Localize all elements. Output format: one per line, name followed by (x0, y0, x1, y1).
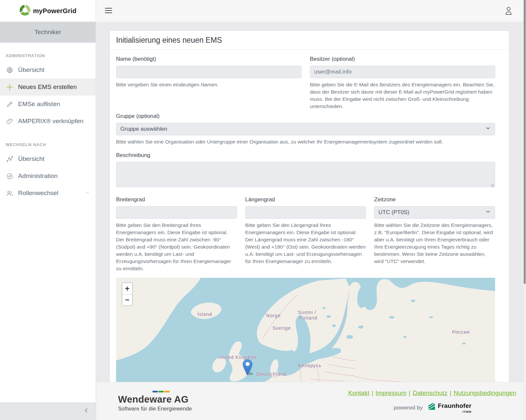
link-nutzungsbedingungen[interactable]: Nutzungsbedingungen (454, 389, 516, 396)
map-zoom-control: + − (122, 282, 133, 306)
link-separator: | (409, 389, 410, 396)
sidebar-item-amperix-verknuepfen[interactable]: AMPERIX® verknüpfen (0, 113, 96, 130)
field-group: Gruppe (optional) Gruppe auswählen Bitte… (116, 113, 495, 145)
fraunhofer-logo: Fraunhofer ITWM (427, 403, 471, 413)
map-label-deutschland: Deutschland (256, 371, 286, 377)
sidebar-item-uebersicht-admin[interactable]: Übersicht (0, 61, 96, 78)
link-datenschutz[interactable]: Datenschutz (413, 389, 447, 396)
chevron-down-icon (485, 125, 491, 133)
timezone-select-value: UTC (PT0S) (378, 209, 409, 216)
sidebar-item-uebersicht-wechseln[interactable]: Übersicht (0, 150, 96, 167)
page-title: Initialisierung eines neuen EMS (110, 31, 509, 50)
paperclip-icon (6, 117, 13, 125)
zoom-out-button[interactable]: − (122, 294, 132, 305)
map-label-norge: Norge (266, 313, 281, 318)
link-separator: | (371, 389, 373, 396)
latitude-label: Breitengrad (116, 196, 237, 203)
zoom-in-button[interactable]: + (122, 283, 132, 294)
chevron-down-icon (485, 209, 491, 216)
map-marker-pin[interactable] (242, 359, 253, 376)
footer-links: Kontakt|Impressum|Datenschutz|Nutzungsbe… (348, 389, 516, 397)
field-longitude: Längengrad Bitte geben Sie den Längengra… (245, 196, 366, 272)
main-area: Initialisierung eines neuen EMS Name (be… (96, 0, 526, 420)
location-map[interactable]: Ísland Norge Sverige Suomi / Finland Рос… (116, 278, 495, 397)
user-account-button[interactable] (504, 6, 513, 16)
mypowergrid-logo-icon (19, 4, 31, 17)
resize-grip[interactable] (491, 184, 494, 187)
plus-icon (6, 83, 13, 91)
powered-by-block: powered by Fraunhofer ITWM (394, 403, 471, 413)
sidebar-item-rollenwechsel[interactable]: Rollenwechsel (0, 185, 96, 202)
link-kontakt[interactable]: Kontakt (348, 389, 369, 396)
field-name: Name (benötigt) Bitte vergeben Sie einen… (116, 56, 301, 110)
scrollbar-thumb[interactable] (524, 0, 526, 284)
fraunhofer-stripes-icon (427, 403, 436, 410)
longitude-help: Bitte geben Sie den Längengrad Ihres Ene… (245, 222, 366, 265)
sidebar-item-label: Übersicht (18, 66, 44, 74)
latitude-input[interactable] (116, 206, 237, 219)
description-label: Beschreibung (116, 152, 495, 159)
sidebar-collapse-button[interactable] (0, 402, 96, 420)
group-select-value: Gruppe auswählen (120, 126, 167, 132)
map-label-sverige: Sverige (273, 325, 291, 331)
longitude-label: Längengrad (245, 196, 366, 203)
sidebar-item-neues-ems-erstellen[interactable]: Neues EMS erstellen (0, 78, 96, 96)
topbar (96, 0, 526, 22)
sidebar-nav: ADMINISTRATION Übersicht Neues EMS erste… (0, 43, 96, 202)
menu-toggle-button[interactable] (105, 8, 112, 13)
fraunhofer-sub: ITWM (463, 410, 471, 413)
map-label-suomi: Suomi / (298, 310, 316, 315)
sidebar-item-label: Administration (18, 172, 58, 180)
group-help: Bitte wählen Sie eine Organisation oder … (116, 138, 495, 145)
pencil-icon (6, 100, 13, 108)
company-tagline: Software für die Energiewende (118, 406, 192, 412)
wendeware-colorbar (153, 391, 192, 392)
group-select[interactable]: Gruppe auswählen (116, 123, 495, 135)
map-label-finland: Finland (299, 315, 318, 321)
name-label: Name (benötigt) (116, 56, 301, 62)
vertical-scrollbar[interactable] (523, 0, 526, 420)
longitude-input[interactable] (245, 206, 366, 219)
company-name: Wendeware AG (118, 395, 192, 404)
link-separator: | (450, 389, 451, 396)
fraunhofer-name: Fraunhofer (438, 403, 471, 409)
map-label-island: Ísland (198, 312, 212, 317)
users-icon (6, 189, 13, 197)
name-input[interactable] (116, 66, 301, 78)
sidebar-item-administration[interactable]: Administration (0, 167, 96, 185)
chevron-left-icon (84, 407, 89, 415)
app-window: myPowerGrid Techniker ADMINISTRATION Übe… (0, 0, 526, 420)
section-wechseln-nach: WECHSELN NACH (0, 142, 96, 147)
map-label-belarus: Беларусь (298, 363, 321, 368)
field-timezone: Zeitzone UTC (PT0S) Bitte wählen Sie die… (374, 196, 495, 272)
description-textarea[interactable] (116, 162, 495, 187)
footer: Wendeware AG Software für die Energiewen… (96, 382, 523, 420)
field-owner: Besitzer (optional) Bitte geben Sie die … (310, 56, 495, 110)
powered-by-text: powered by (394, 405, 423, 411)
brand-logo: myPowerGrid (0, 0, 96, 22)
link-impressum[interactable]: Impressum (375, 389, 406, 396)
sidebar-item-emse-auflisten[interactable]: EMSe auflisten (0, 96, 96, 113)
timezone-select[interactable]: UTC (PT0S) (374, 206, 495, 219)
globe-icon (6, 66, 13, 74)
role-label: Techniker (0, 22, 96, 43)
field-latitude: Breitengrad Bitte geben Sie den Breiteng… (116, 196, 237, 272)
chevron-down-icon (84, 189, 90, 197)
group-label: Gruppe (optional) (116, 113, 495, 120)
sidebar-item-label: Übersicht (18, 155, 44, 163)
owner-email-input[interactable] (310, 66, 495, 78)
sidebar-item-label: Rollenwechsel (18, 189, 59, 197)
map-canvas (116, 278, 495, 397)
owner-help: Bitte geben Sie die E-Mail des Besitzers… (310, 81, 495, 110)
ems-init-card: Initialisierung eines neuen EMS Name (be… (109, 31, 509, 397)
field-description: Beschreibung (116, 152, 495, 188)
sidebar-item-label: EMSe auflisten (18, 100, 60, 108)
sidebar-item-label: Neues EMS erstellen (18, 83, 77, 91)
sidebar: myPowerGrid Techniker ADMINISTRATION Übe… (0, 0, 96, 420)
compass-icon (6, 172, 13, 180)
timezone-label: Zeitzone (374, 196, 495, 203)
map-label-russia: Россия (452, 329, 470, 335)
name-help: Bitte vergeben Sie einen eindeutigen Nam… (116, 81, 301, 88)
latitude-help: Bitte geben Sie den Breitengrad Ihres En… (116, 222, 237, 272)
brand-name: myPowerGrid (33, 7, 76, 15)
